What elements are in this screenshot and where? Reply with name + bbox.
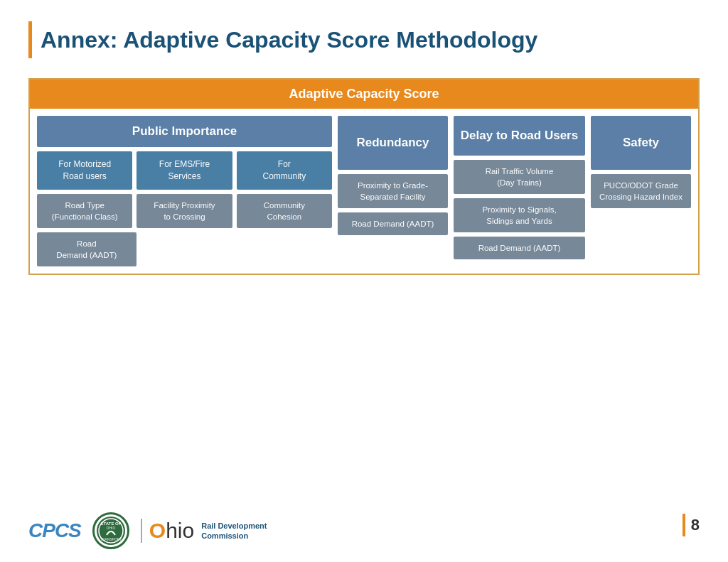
svg-text:OHIO: OHIO: [106, 526, 115, 530]
pi-spacer1: [141, 232, 235, 266]
page-number-box: 8: [682, 514, 700, 536]
delay-header: Delay to Road Users: [454, 116, 585, 156]
community-sub-header: For Community: [237, 151, 332, 190]
pi-data-row2: Road Demand (AADT): [37, 232, 332, 266]
public-importance-header: Public Importance: [37, 116, 332, 147]
redundancy-data-2: Road Demand (AADT): [338, 212, 448, 235]
delay-data-2: Proximity to Signals, Sidings and Yards: [454, 198, 585, 232]
title-bar: Annex: Adaptive Capacity Score Methodolo…: [28, 21, 700, 58]
pi-data-row1: Road Type (Functional Class) Facility Pr…: [37, 194, 332, 228]
road-demand-cell: Road Demand (AADT): [37, 232, 136, 266]
facility-proximity-cell: Facility Proximity to Crossing: [136, 194, 232, 228]
page-number: 8: [691, 516, 700, 534]
cpcs-logo: CPCS: [28, 519, 81, 542]
ohio-rdc-logo: Ohio Rail Development Commission: [141, 519, 267, 543]
col-public-importance: Public Importance For Motorized Road use…: [37, 116, 332, 266]
title-accent: [28, 21, 32, 58]
footer-logos: CPCS STATE OF OHIO TRANSPORT Ohio: [28, 512, 700, 549]
redundancy-header: Redundancy: [338, 116, 448, 170]
sub-headers-row: For Motorized Road users For EMS/Fire Se…: [37, 151, 332, 190]
safety-data-1: PUCO/ODOT Grade Crossing Hazard Index: [591, 174, 691, 208]
footer: CPCS STATE OF OHIO TRANSPORT Ohio: [0, 512, 728, 549]
delay-data-3: Road Demand (AADT): [454, 237, 585, 259]
safety-header: Safety: [591, 116, 691, 170]
page: Annex: Adaptive Capacity Score Methodolo…: [0, 0, 728, 562]
col-redundancy: Redundancy Proximity to Grade- Separated…: [338, 116, 448, 266]
col-delay: Delay to Road Users Rail Traffic Volume …: [454, 116, 585, 266]
diagram-container: Adaptive Capacity Score Public Importanc…: [28, 78, 700, 275]
svg-text:TRANSPORT: TRANSPORT: [100, 537, 122, 541]
road-type-cell: Road Type (Functional Class): [37, 194, 132, 228]
ems-sub-header: For EMS/Fire Services: [136, 151, 232, 190]
motorized-sub-header: For Motorized Road users: [37, 151, 132, 190]
rdc-text: Rail Development Commission: [201, 521, 267, 541]
odot-logo: STATE OF OHIO TRANSPORT: [92, 512, 129, 549]
diagram-header: Adaptive Capacity Score: [30, 80, 698, 109]
col-safety: Safety PUCO/ODOT Grade Crossing Hazard I…: [591, 116, 691, 266]
delay-data-1: Rail Traffic Volume (Day Trains): [454, 160, 585, 194]
page-accent-bar: [682, 514, 685, 536]
columns-wrapper: Public Importance For Motorized Road use…: [30, 109, 698, 274]
community-cohesion-cell: Community Cohesion: [237, 194, 332, 228]
redundancy-data-1: Proximity to Grade- Separated Facility: [338, 174, 448, 208]
pi-spacer2: [238, 232, 332, 266]
page-title: Annex: Adaptive Capacity Score Methodolo…: [41, 27, 537, 53]
